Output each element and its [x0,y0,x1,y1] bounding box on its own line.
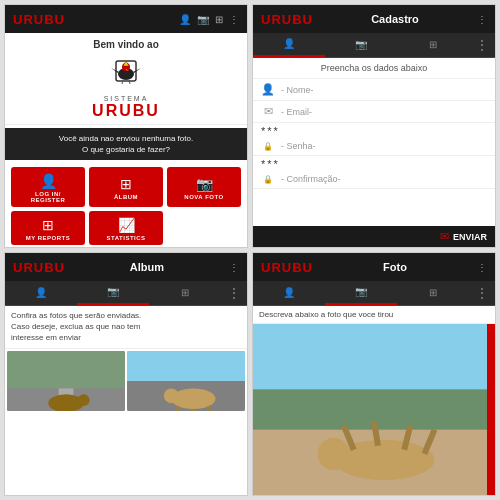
screen-home: URUBU 👤 📷 ⊞ ⋮ Bem vindo ao [4,4,248,248]
tab-profile-icon: 👤 [283,38,295,49]
statistics-button[interactable]: 📈 STATISTICS [89,211,163,245]
tab-camera-icon: 📷 [355,39,367,50]
send-label[interactable]: ENVIAR [453,232,487,242]
confirmacao-placeholder[interactable]: - Confirmação- [281,174,487,184]
welcome-text: Bem vindo ao [5,33,247,52]
tab-bar-cadastro: 👤 📷 ⊞ ⋮ [253,33,495,58]
foto-image [253,324,495,495]
empty-slot [167,211,241,245]
email-placeholder[interactable]: - Email- [281,107,487,117]
header-icons-home: 👤 📷 ⊞ ⋮ [179,14,239,25]
logo-foto: URUBU [261,260,313,275]
login-icon: 👤 [40,173,57,189]
confirmacao-icon: 🔒 [261,175,275,184]
form-subtitle: Preencha os dados abaixo [253,58,495,79]
more-icon-cadastro: ⋮ [477,14,487,25]
my-reports-icon: ⊞ [42,217,54,233]
senha-placeholder[interactable]: - Senha- [281,141,487,151]
senha-field: 🔒 - Senha- [253,137,495,156]
bird-logo [101,56,151,94]
tab-more-album[interactable]: ⋮ [221,281,247,305]
grid-icon: ⊞ [215,14,223,25]
nome-placeholder[interactable]: - Nome- [281,85,487,95]
foto-description: Descreva abaixo a foto que voce tirou [253,306,495,324]
my-reports-label: MY REPORTS [26,235,71,241]
email-field: ✉ - Email- [253,101,495,123]
tab-camera-foto[interactable]: 📷 [325,281,397,305]
svg-line-24 [374,422,378,446]
password-stars-2: *** [253,156,495,170]
email-icon: ✉ [261,105,275,118]
header-home: URUBU 👤 📷 ⊞ ⋮ [5,5,247,33]
svg-line-16 [192,409,193,411]
tab-camera-cadastro[interactable]: 📷 [325,33,397,57]
logo-cadastro: URUBU [261,12,313,27]
tab-more-cadastro[interactable]: ⋮ [469,33,495,57]
header-foto: URUBU Foto ⋮ [253,253,495,281]
login-register-button[interactable]: 👤 LOG IN/REGISTER [11,167,85,207]
header-icons-album: ⋮ [229,262,239,273]
screen-cadastro: URUBU Cadastro ⋮ 👤 📷 ⊞ ⋮ Preencha os dad… [252,4,496,248]
my-reports-button[interactable]: ⊞ MY REPORTS [11,211,85,245]
svg-point-21 [334,440,435,480]
more-icon-album: ⋮ [229,262,239,273]
header-icons-foto: ⋮ [477,262,487,273]
senha-icon: 🔒 [261,142,275,151]
user-icon: 👤 [179,14,191,25]
header-album: URUBU Album ⋮ [5,253,247,281]
foto-red-bar [487,324,495,495]
album-images [5,349,247,495]
album-icon: ⊞ [120,176,132,192]
screen-album: URUBU Album ⋮ 👤 📷 ⊞ ⋮ Confira as fotos q… [4,252,248,496]
tab-grid-cadastro[interactable]: ⊞ [397,33,469,57]
tab-more-foto[interactable]: ⋮ [469,281,495,305]
svg-point-14 [164,388,179,403]
message-box: Você ainda nao enviou nenhuma foto. O qu… [5,128,247,160]
nome-field: 👤 - Nome- [253,79,495,101]
more-icon-foto: ⋮ [477,262,487,273]
foto-area [253,324,495,495]
tab-bar-foto: 👤 📷 ⊞ ⋮ [253,281,495,306]
logo-urubu-big: URUBU [92,102,160,120]
logo-home: URUBU [13,12,65,27]
tab-grid-album[interactable]: ⊞ [149,281,221,305]
album-description: Confira as fotos que serão enviadas. Cas… [5,306,247,349]
svg-point-22 [318,438,350,470]
tab-grid-foto-icon: ⊞ [429,287,437,298]
password-stars-1: *** [253,123,495,137]
header-cadastro: URUBU Cadastro ⋮ [253,5,495,33]
album-thumb-1[interactable] [7,351,125,411]
tab-bar-album: 👤 📷 ⊞ ⋮ [5,281,247,306]
login-label: LOG IN/REGISTER [31,191,66,203]
tab-grid-album-icon: ⊞ [181,287,189,298]
tab-profile-foto[interactable]: 👤 [253,281,325,305]
album-button[interactable]: ⊞ ÁLBUM [89,167,163,207]
logo-sistema: SISTEMA [104,95,149,102]
statistics-icon: 📈 [118,217,135,233]
nova-foto-label: NOVA FOTO [184,194,223,200]
send-bar: ✉ ENVIAR [253,226,495,247]
tab-grid-icon: ⊞ [429,39,437,50]
album-label: ÁLBUM [114,194,138,200]
send-icon: ✉ [440,230,449,243]
tab-profile-cadastro[interactable]: 👤 [253,33,325,57]
nova-foto-icon: 📷 [196,176,213,192]
svg-point-10 [78,394,90,406]
tab-grid-foto[interactable]: ⊞ [397,281,469,305]
tab-profile-album[interactable]: 👤 [5,281,77,305]
statistics-label: STATISTICS [106,235,145,241]
action-grid-2: ⊞ MY REPORTS 📈 STATISTICS [5,211,247,248]
tab-camera-foto-icon: 📷 [355,286,367,297]
tab-profile-album-icon: 👤 [35,287,47,298]
nova-foto-button[interactable]: 📷 NOVA FOTO [167,167,241,207]
confirmacao-field: 🔒 - Confirmação- [253,170,495,189]
tab-camera-album[interactable]: 📷 [77,281,149,305]
screen-foto: URUBU Foto ⋮ 👤 📷 ⊞ ⋮ Descreva abaixo a f… [252,252,496,496]
nome-icon: 👤 [261,83,275,96]
camera-icon: 📷 [197,14,209,25]
action-grid: 👤 LOG IN/REGISTER ⊞ ÁLBUM 📷 NOVA FOTO [5,163,247,211]
title-cadastro: Cadastro [371,13,419,25]
album-thumb-2[interactable] [127,351,245,411]
logo-area: SISTEMA URUBU [5,52,247,125]
tab-profile-foto-icon: 👤 [283,287,295,298]
